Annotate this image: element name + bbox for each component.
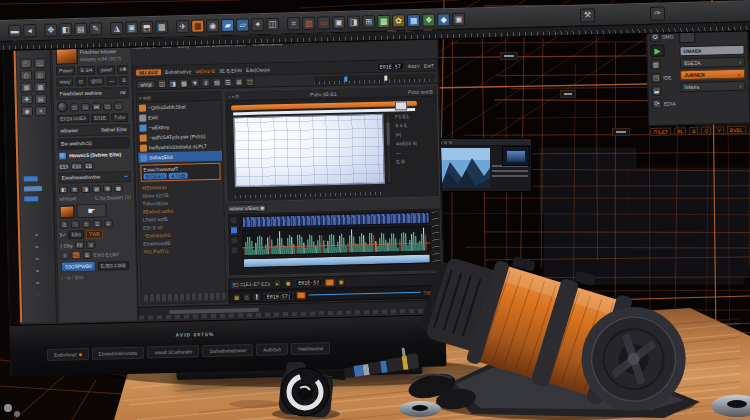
desk-objects	[0, 0, 750, 420]
scene: ▬◂✥◧▤✎◮▣⬒▦✈▦◉▰▱✦◫⌗▥▭▣◨⊞▩✿▦❖◆▣ ⚒ ✑ ◰◱◴◵▦▩…	[0, 0, 750, 420]
